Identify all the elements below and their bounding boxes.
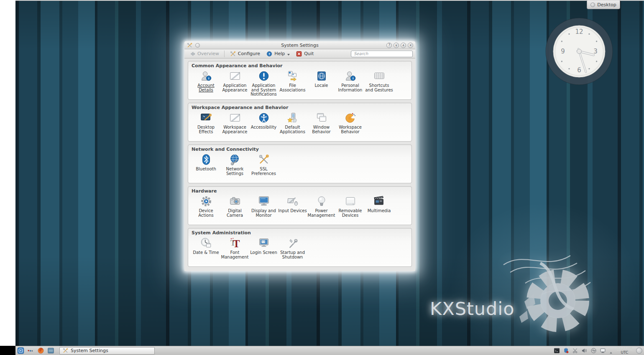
item-label: Multimedia bbox=[368, 209, 391, 213]
settings-item-shortcuts-and-gestures[interactable]: Shortcuts and Gestures bbox=[365, 70, 394, 92]
item-label: Workspace Appearance bbox=[220, 125, 249, 134]
svg-text:?: ? bbox=[268, 52, 270, 56]
item-label: Removable Devices bbox=[336, 209, 365, 218]
item-label: Personal Information bbox=[336, 84, 365, 92]
section-title: System Administration bbox=[192, 230, 408, 236]
bulb-icon bbox=[315, 195, 328, 208]
settings-item-locale[interactable]: Locale bbox=[307, 70, 336, 88]
settings-item-network-settings[interactable]: Network Settings bbox=[220, 153, 249, 176]
launcher-kickoff-menu[interactable] bbox=[17, 347, 24, 354]
launcher-file-manager[interactable] bbox=[47, 347, 54, 354]
panel-cashew-icon[interactable] bbox=[636, 347, 642, 354]
settings-item-window-behavior[interactable]: Window Behavior bbox=[307, 112, 336, 134]
settings-item-input-devices[interactable]: Input Devices bbox=[278, 195, 307, 213]
section-title: Hardware bbox=[192, 188, 408, 194]
overview-button[interactable]: Overview bbox=[187, 50, 221, 58]
search-input[interactable] bbox=[351, 51, 413, 57]
settings-item-personal-information[interactable]: iPersonal Information bbox=[336, 70, 365, 92]
desktop-screen: Desktop 12369 KXStudio System Settings ?… bbox=[0, 0, 644, 355]
settings-item-account-details[interactable]: iAccount Details bbox=[192, 70, 220, 92]
item-label: Network Settings bbox=[220, 167, 249, 176]
item-label: File Associations bbox=[278, 84, 307, 92]
settings-item-login-screen[interactable]: Login Screen bbox=[249, 237, 278, 255]
settings-item-application-appearance[interactable]: Application Appearance bbox=[220, 70, 249, 92]
alert-circle-icon bbox=[258, 70, 270, 82]
item-label: Digital Camera bbox=[220, 209, 249, 218]
settings-item-power-management[interactable]: Power Management bbox=[307, 195, 336, 218]
launcher-activity-dots[interactable] bbox=[27, 347, 34, 354]
tray-device-notifier[interactable] bbox=[563, 347, 569, 354]
tools-x-icon bbox=[258, 153, 270, 166]
settings-item-removable-devices[interactable]: Removable Devices bbox=[336, 195, 365, 218]
tray-network-monitor[interactable] bbox=[600, 347, 606, 354]
quit-x-icon bbox=[296, 51, 302, 57]
settings-item-ssl-preferences[interactable]: SSL Preferences bbox=[249, 153, 278, 176]
settings-item-default-applications[interactable]: Default Applications bbox=[278, 112, 307, 134]
analog-clock-widget[interactable]: 12369 bbox=[544, 16, 615, 87]
help-button[interactable]: ? Help bbox=[264, 50, 292, 58]
desktop-toolbox-label: Desktop bbox=[597, 2, 616, 8]
clock-zone: UTC bbox=[617, 351, 632, 355]
window-menu-button[interactable] bbox=[195, 43, 200, 48]
task-button-system-settings[interactable]: System Settings bbox=[59, 347, 155, 355]
app-star-icon bbox=[286, 112, 299, 124]
item-label: Device Actions bbox=[192, 209, 220, 218]
settings-item-multimedia[interactable]: Multimedia bbox=[365, 195, 394, 213]
tools-x-icon bbox=[230, 51, 236, 57]
section-network-and-connectivity: Network and ConnectivityBluetoothNetwork… bbox=[188, 145, 412, 183]
chevron-down-icon bbox=[287, 54, 290, 56]
page-pencil-icon bbox=[229, 70, 241, 82]
user-info-icon: i bbox=[344, 70, 357, 82]
login-monitor-icon bbox=[258, 237, 270, 249]
pacman-icon bbox=[344, 112, 357, 124]
item-label: Default Applications bbox=[278, 125, 307, 134]
system-settings-window: System Settings ?∨∧× Overview Configure … bbox=[184, 41, 415, 271]
settings-item-device-actions[interactable]: Device Actions bbox=[192, 195, 220, 218]
settings-item-bluetooth[interactable]: Bluetooth bbox=[192, 153, 220, 172]
svg-text:9: 9 bbox=[561, 48, 565, 55]
digital-clock[interactable]: 03:27 PM UTC bbox=[616, 347, 634, 355]
maximize-window-button[interactable]: ∧ bbox=[401, 43, 406, 48]
section-title: Network and Connectivity bbox=[192, 147, 408, 152]
tray-expand-tray[interactable] bbox=[609, 349, 613, 353]
settings-item-accessibility[interactable]: Accessibility bbox=[249, 112, 278, 130]
item-label: Bluetooth bbox=[196, 167, 216, 172]
item-label: Shortcuts and Gestures bbox=[365, 84, 394, 92]
close-window-button[interactable]: × bbox=[408, 43, 413, 48]
tray-usb[interactable] bbox=[590, 347, 597, 354]
item-label: Date & Time bbox=[193, 251, 219, 255]
tray-terminal[interactable] bbox=[554, 347, 560, 354]
clapper-icon bbox=[373, 195, 386, 208]
section-title: Common Appearance and Behavior bbox=[192, 63, 408, 68]
desktop-toolbox-button[interactable]: Desktop bbox=[587, 0, 620, 9]
settings-item-digital-camera[interactable]: Digital Camera bbox=[220, 195, 249, 218]
launcher-firefox[interactable] bbox=[37, 347, 44, 354]
configure-button[interactable]: Configure bbox=[227, 50, 262, 58]
settings-item-display-and-monitor[interactable]: Display and Monitor bbox=[249, 195, 278, 218]
item-label: Application and System Notifications bbox=[249, 84, 278, 97]
help-window-button[interactable]: ? bbox=[386, 43, 392, 48]
tray-volume[interactable] bbox=[581, 347, 588, 354]
kxstudio-gear-logo bbox=[500, 243, 600, 340]
item-label: Login Screen bbox=[250, 251, 277, 255]
item-label: Locale bbox=[314, 84, 328, 88]
settings-item-file-associations[interactable]: File Associations bbox=[278, 70, 307, 92]
startup-tools-icon bbox=[286, 237, 299, 249]
settings-item-font-management[interactable]: TTFont Management bbox=[220, 237, 249, 259]
settings-item-workspace-behavior[interactable]: Workspace Behavior bbox=[336, 112, 365, 134]
tray-clipboard[interactable] bbox=[572, 347, 578, 354]
settings-item-application-and-system-notifications[interactable]: Application and System Notifications bbox=[249, 70, 278, 97]
monitor-wrench-icon bbox=[200, 112, 212, 124]
settings-item-startup-and-shutdown[interactable]: Startup and Shutdown bbox=[278, 237, 307, 259]
window-titlebar[interactable]: System Settings ?∨∧× bbox=[184, 41, 415, 49]
settings-item-workspace-appearance[interactable]: Workspace Appearance bbox=[220, 112, 249, 134]
settings-item-desktop-effects[interactable]: Desktop Effects bbox=[192, 112, 220, 134]
item-label: Desktop Effects bbox=[192, 125, 220, 134]
settings-item-date-time[interactable]: Date & Time bbox=[192, 237, 220, 255]
minimize-window-button[interactable]: ∨ bbox=[394, 43, 399, 48]
taskbar-panel: System Settings 03:27 PM UTC bbox=[15, 346, 644, 355]
quit-button[interactable]: Quit bbox=[294, 50, 316, 58]
section-title: Workspace Appearance and Behavior bbox=[192, 105, 408, 110]
back-arrow-icon bbox=[189, 51, 196, 57]
page-pencil-icon bbox=[229, 112, 241, 124]
